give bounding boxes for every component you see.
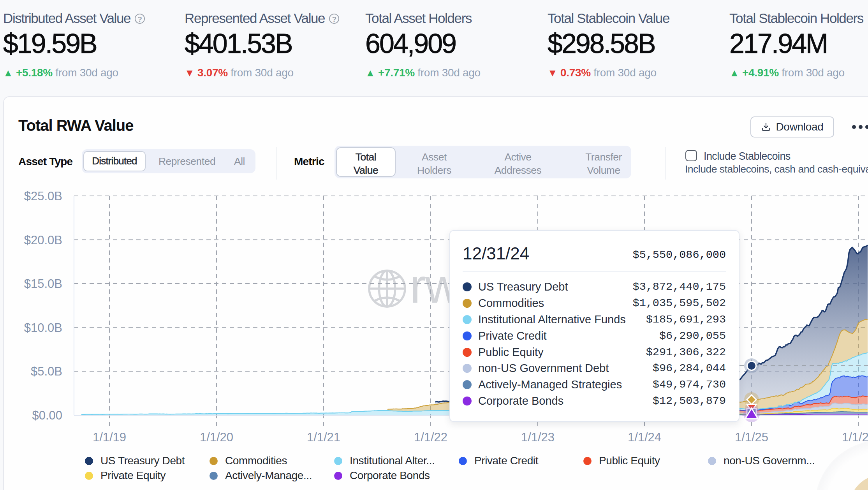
svg-text:$5.0B: $5.0B (31, 365, 62, 378)
svg-text:1/1/25: 1/1/25 (735, 430, 768, 444)
svg-text:$20.0B: $20.0B (24, 233, 62, 247)
svg-text:$25.0B: $25.0B (24, 189, 62, 203)
svg-text:1/1/22: 1/1/22 (414, 430, 447, 444)
svg-text:$10.0B: $10.0B (24, 321, 62, 335)
svg-text:$0.00: $0.00 (32, 409, 62, 422)
svg-text:1/1/21: 1/1/21 (307, 430, 340, 444)
svg-text:1/1/20: 1/1/20 (200, 430, 233, 444)
svg-text:1/1/24: 1/1/24 (628, 430, 661, 444)
svg-text:1/1/23: 1/1/23 (521, 430, 555, 444)
svg-text:1/1/19: 1/1/19 (93, 430, 126, 444)
svg-text:$15.0B: $15.0B (24, 277, 62, 291)
